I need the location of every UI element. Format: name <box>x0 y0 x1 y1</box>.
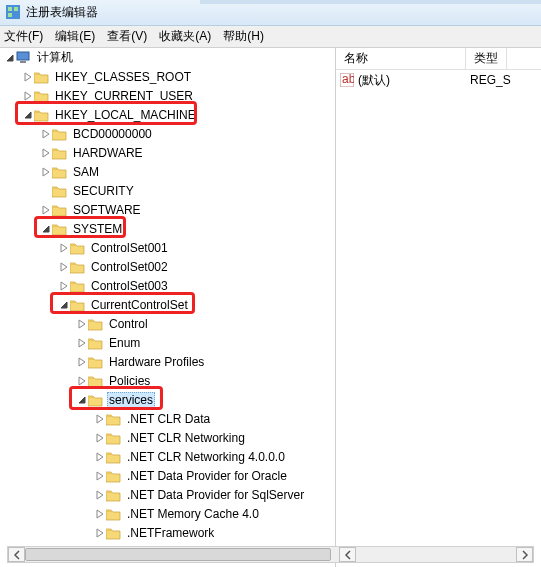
tree-node-hkcr[interactable]: HKEY_CLASSES_ROOT <box>0 67 335 86</box>
scroll-thumb[interactable] <box>25 548 331 561</box>
chevron-right-icon[interactable] <box>94 470 105 481</box>
scroll-track[interactable] <box>25 547 339 562</box>
scroll-inner-button[interactable] <box>339 547 356 562</box>
chevron-down-icon[interactable] <box>58 299 69 310</box>
chevron-down-icon[interactable] <box>76 394 87 405</box>
chevron-right-icon[interactable] <box>76 375 87 386</box>
chevron-right-icon[interactable] <box>94 451 105 462</box>
folder-icon <box>106 488 122 502</box>
tree-node-cs001[interactable]: ControlSet001 <box>0 238 335 257</box>
scroll-right-button[interactable] <box>516 547 533 562</box>
computer-icon <box>16 51 32 65</box>
chevron-right-icon[interactable] <box>40 204 51 215</box>
tree-node-hardware[interactable]: HARDWARE <box>0 143 335 162</box>
chevron-right-icon[interactable] <box>40 147 51 158</box>
chevron-right-icon[interactable] <box>76 318 87 329</box>
tree-label: HARDWARE <box>71 145 145 161</box>
tree-node-netdatasql[interactable]: .NET Data Provider for SqlServer <box>0 485 335 504</box>
tree-pane: 计算机 HKEY_CLASSES_ROOT HKEY_CURRENT_USER … <box>0 48 336 567</box>
folder-icon <box>70 260 86 274</box>
tree-node-netdataoracle[interactable]: .NET Data Provider for Oracle <box>0 466 335 485</box>
list-row[interactable]: (默认) REG_S <box>336 70 541 90</box>
chevron-right-icon[interactable] <box>58 261 69 272</box>
chevron-right-icon[interactable] <box>76 337 87 348</box>
tree-label: .NET Data Provider for SqlServer <box>125 487 306 503</box>
folder-icon <box>106 450 122 464</box>
list-header: 名称 类型 <box>336 48 541 70</box>
folder-icon <box>88 374 104 388</box>
tree-node-netclrnetworking[interactable]: .NET CLR Networking <box>0 428 335 447</box>
chevron-right-icon[interactable] <box>94 432 105 443</box>
tree-node-hkcu[interactable]: HKEY_CURRENT_USER <box>0 86 335 105</box>
folder-icon <box>52 146 68 160</box>
tree-label: ControlSet002 <box>89 259 170 275</box>
tree-node-ccs[interactable]: CurrentControlSet <box>0 295 335 314</box>
tree-node-bcd[interactable]: BCD00000000 <box>0 124 335 143</box>
tree-node-system[interactable]: SYSTEM <box>0 219 335 238</box>
scroll-left-button[interactable] <box>8 547 25 562</box>
tree-node-sam[interactable]: SAM <box>0 162 335 181</box>
tree-node-netclrnetworking4[interactable]: .NET CLR Networking 4.0.0.0 <box>0 447 335 466</box>
tree-label: HKEY_CURRENT_USER <box>53 88 195 104</box>
folder-icon <box>52 222 68 236</box>
chevron-right-icon[interactable] <box>22 71 33 82</box>
tree-label: HKEY_CLASSES_ROOT <box>53 69 193 85</box>
tree-node-root[interactable]: 计算机 <box>0 48 335 67</box>
tree-label: .NET Data Provider for Oracle <box>125 468 289 484</box>
tree-label: Policies <box>107 373 152 389</box>
value-name: (默认) <box>358 72 390 89</box>
menu-edit[interactable]: 编辑(E) <box>55 28 95 45</box>
tree-label: BCD00000000 <box>71 126 154 142</box>
chevron-right-icon[interactable] <box>22 90 33 101</box>
tree-label: ControlSet001 <box>89 240 170 256</box>
folder-icon <box>70 298 86 312</box>
chevron-down-icon[interactable] <box>4 52 15 63</box>
chevron-right-icon[interactable] <box>94 508 105 519</box>
chevron-down-icon[interactable] <box>22 109 33 120</box>
menu-view[interactable]: 查看(V) <box>107 28 147 45</box>
tree-label: ControlSet003 <box>89 278 170 294</box>
chevron-right-icon[interactable] <box>58 242 69 253</box>
folder-icon <box>52 165 68 179</box>
folder-icon <box>106 469 122 483</box>
chevron-right-icon[interactable] <box>40 166 51 177</box>
menu-bar: 文件(F) 编辑(E) 查看(V) 收藏夹(A) 帮助(H) <box>0 26 541 48</box>
tree-node-netmemcache[interactable]: .NET Memory Cache 4.0 <box>0 504 335 523</box>
chevron-down-icon[interactable] <box>40 223 51 234</box>
tree-node-cs003[interactable]: ControlSet003 <box>0 276 335 295</box>
tree-node-cs002[interactable]: ControlSet002 <box>0 257 335 276</box>
tree-node-hwprofiles[interactable]: Hardware Profiles <box>0 352 335 371</box>
tree-label: services <box>107 392 155 408</box>
menu-file[interactable]: 文件(F) <box>4 28 43 45</box>
menu-favorites[interactable]: 收藏夹(A) <box>159 28 211 45</box>
tree-node-netclrdata[interactable]: .NET CLR Data <box>0 409 335 428</box>
chevron-right-icon[interactable] <box>40 128 51 139</box>
tree-node-enum[interactable]: Enum <box>0 333 335 352</box>
chevron-right-icon[interactable] <box>76 356 87 367</box>
chevron-right-icon[interactable] <box>94 413 105 424</box>
menu-help[interactable]: 帮助(H) <box>223 28 264 45</box>
folder-icon <box>34 108 50 122</box>
tree-label: 计算机 <box>35 48 75 67</box>
tree-node-services[interactable]: services <box>0 390 335 409</box>
folder-icon <box>34 70 50 84</box>
column-header-type[interactable]: 类型 <box>466 48 507 70</box>
horizontal-scrollbar[interactable] <box>7 546 534 563</box>
chevron-right-icon[interactable] <box>94 527 105 538</box>
tree-node-policies[interactable]: Policies <box>0 371 335 390</box>
folder-icon <box>52 127 68 141</box>
tree-node-hklm[interactable]: HKEY_LOCAL_MACHINE <box>0 105 335 124</box>
window-title: 注册表编辑器 <box>26 4 98 21</box>
tree-label: .NET Memory Cache 4.0 <box>125 506 261 522</box>
chevron-right-icon[interactable] <box>94 489 105 500</box>
tree-node-netframework[interactable]: .NETFramework <box>0 523 335 542</box>
tree-node-software[interactable]: SOFTWARE <box>0 200 335 219</box>
tree-node-security[interactable]: SECURITY <box>0 181 335 200</box>
folder-icon <box>70 279 86 293</box>
folder-icon <box>106 431 122 445</box>
folder-icon <box>106 412 122 426</box>
chevron-right-icon[interactable] <box>58 280 69 291</box>
tree-label: .NET CLR Data <box>125 411 212 427</box>
column-header-name[interactable]: 名称 <box>336 48 466 70</box>
tree-node-control[interactable]: Control <box>0 314 335 333</box>
